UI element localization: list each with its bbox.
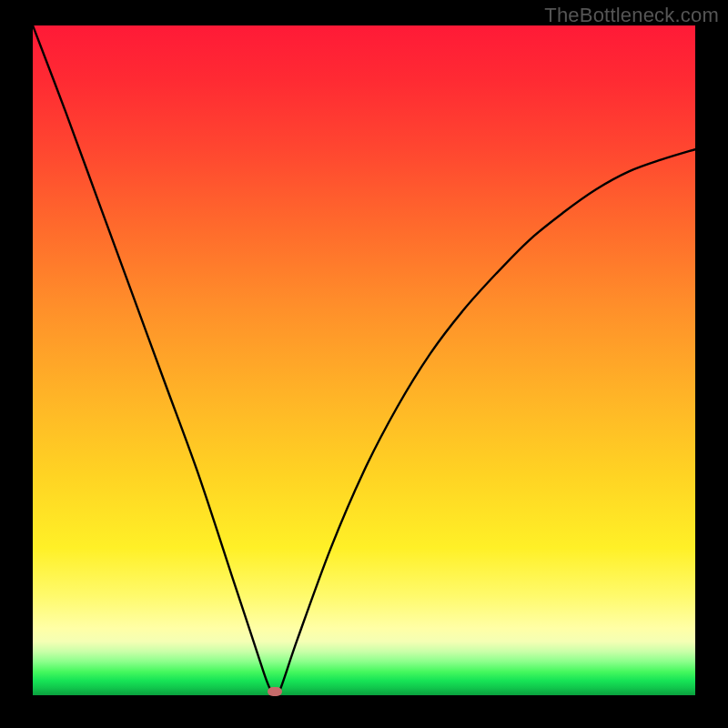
- plot-area: [33, 25, 695, 695]
- bottleneck-curve: [33, 25, 695, 695]
- watermark-text: TheBottleneck.com: [544, 4, 719, 27]
- curve-layer: [33, 25, 695, 695]
- optimum-marker: [268, 687, 282, 696]
- chart-frame: TheBottleneck.com: [0, 0, 728, 728]
